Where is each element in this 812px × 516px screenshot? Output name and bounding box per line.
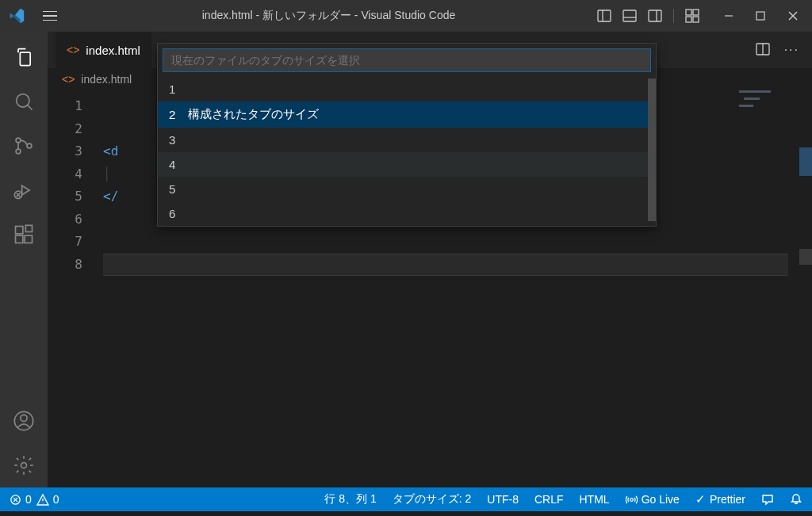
svg-rect-22 bbox=[25, 235, 32, 243]
svg-point-14 bbox=[17, 94, 29, 107]
errors-indicator[interactable]: 0 bbox=[10, 493, 32, 506]
svg-line-15 bbox=[28, 105, 33, 110]
account-icon[interactable] bbox=[13, 410, 35, 432]
svg-rect-4 bbox=[649, 10, 661, 21]
svg-rect-23 bbox=[25, 225, 32, 231]
quick-pick-input[interactable] bbox=[163, 48, 651, 72]
customize-layout-icon[interactable] bbox=[685, 9, 699, 23]
svg-rect-0 bbox=[598, 10, 611, 21]
check-icon: ✓ bbox=[695, 492, 706, 506]
scroll-marker bbox=[799, 147, 812, 176]
quick-pick-scrollbar[interactable] bbox=[648, 78, 656, 221]
source-control-icon[interactable] bbox=[13, 135, 35, 157]
html-file-icon: <> bbox=[62, 73, 75, 86]
svg-rect-20 bbox=[16, 227, 23, 234]
more-actions-icon[interactable]: ··· bbox=[784, 43, 799, 57]
svg-point-26 bbox=[21, 463, 27, 468]
svg-rect-9 bbox=[693, 17, 699, 22]
language-mode[interactable]: HTML bbox=[580, 493, 610, 506]
panel-left-icon[interactable] bbox=[597, 10, 611, 22]
close-button[interactable] bbox=[787, 10, 799, 22]
quick-pick-dropdown: 1 2構成されたタブのサイズ 3 4 5 6 bbox=[157, 43, 657, 227]
panel-bottom-icon[interactable] bbox=[622, 10, 637, 22]
eol[interactable]: CRLF bbox=[534, 493, 564, 506]
status-bar: 0 0 行 8、列 1 タブのサイズ: 2 UTF-8 CRLF HTML Go… bbox=[0, 487, 812, 511]
minimize-button[interactable] bbox=[723, 10, 734, 22]
minimap[interactable] bbox=[739, 90, 795, 138]
quick-pick-item[interactable]: 1 bbox=[158, 77, 656, 101]
quick-pick-item[interactable]: 3 bbox=[158, 128, 656, 152]
editor-tab[interactable]: <> index.html bbox=[56, 32, 151, 68]
panel-right-icon[interactable] bbox=[648, 10, 662, 22]
vscode-logo-icon bbox=[8, 7, 25, 25]
scrollbar[interactable] bbox=[799, 90, 812, 487]
svg-point-25 bbox=[21, 415, 27, 421]
run-debug-icon[interactable] bbox=[13, 179, 35, 201]
settings-gear-icon[interactable] bbox=[13, 454, 35, 476]
encoding[interactable]: UTF-8 bbox=[487, 493, 519, 506]
prettier-status[interactable]: ✓ Prettier bbox=[695, 492, 745, 506]
svg-rect-7 bbox=[693, 10, 699, 15]
warnings-indicator[interactable]: 0 bbox=[36, 493, 59, 506]
breadcrumb-filename: index.html bbox=[81, 73, 132, 86]
search-icon[interactable] bbox=[13, 90, 35, 113]
tab-size[interactable]: タブのサイズ: 2 bbox=[393, 492, 472, 506]
window-title: index.html - 新しいフォルダー - Visual Studio Co… bbox=[75, 9, 583, 23]
svg-point-18 bbox=[27, 143, 32, 148]
svg-rect-11 bbox=[756, 12, 764, 20]
svg-point-17 bbox=[16, 149, 21, 154]
line-numbers: 1 2 3 4 5 6 7 8 bbox=[48, 90, 103, 487]
go-live[interactable]: Go Live bbox=[626, 493, 680, 506]
title-bar: index.html - 新しいフォルダー - Visual Studio Co… bbox=[0, 0, 812, 32]
explorer-icon[interactable] bbox=[13, 46, 35, 68]
quick-pick-list: 1 2構成されたタブのサイズ 3 4 5 6 bbox=[158, 77, 656, 226]
svg-rect-2 bbox=[623, 10, 636, 21]
quick-pick-item[interactable]: 6 bbox=[158, 201, 656, 226]
divider bbox=[673, 9, 674, 23]
quick-pick-item[interactable]: 5 bbox=[158, 177, 656, 201]
quick-pick-item[interactable]: 4 bbox=[158, 152, 656, 177]
scroll-marker bbox=[799, 249, 812, 265]
svg-point-34 bbox=[630, 498, 633, 501]
svg-rect-6 bbox=[686, 10, 691, 15]
tab-filename: index.html bbox=[86, 44, 140, 57]
extensions-icon[interactable] bbox=[13, 224, 35, 246]
html-file-icon: <> bbox=[67, 44, 79, 56]
activity-bar bbox=[0, 32, 48, 487]
hamburger-menu-icon[interactable] bbox=[40, 8, 60, 25]
feedback-icon[interactable] bbox=[761, 493, 774, 506]
svg-point-16 bbox=[16, 138, 21, 143]
notifications-icon[interactable] bbox=[790, 493, 802, 506]
maximize-button[interactable] bbox=[755, 10, 766, 22]
split-editor-icon[interactable] bbox=[756, 43, 770, 58]
quick-pick-item[interactable]: 2構成されたタブのサイズ bbox=[158, 101, 656, 128]
svg-rect-8 bbox=[686, 17, 691, 22]
cursor-position[interactable]: 行 8、列 1 bbox=[324, 492, 376, 506]
svg-rect-21 bbox=[16, 235, 23, 243]
